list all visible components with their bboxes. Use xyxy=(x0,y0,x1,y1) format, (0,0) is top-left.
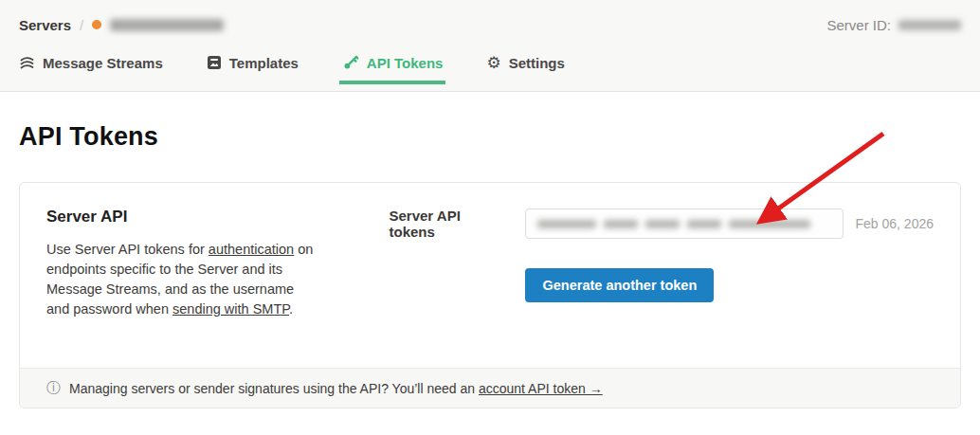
page-header: Servers / Server ID: Message Streams xyxy=(0,0,980,92)
tab-label: API Tokens xyxy=(367,55,444,71)
tab-settings[interactable]: ⚙ Settings xyxy=(486,42,564,83)
server-name-redacted[interactable] xyxy=(110,19,224,31)
sending-with-smtp-link[interactable]: sending with SMTP xyxy=(172,301,289,317)
server-api-card: Server API Use Server API tokens for aut… xyxy=(19,182,961,408)
key-icon xyxy=(342,54,359,71)
tab-label: Settings xyxy=(509,55,565,71)
breadcrumb-servers-link[interactable]: Servers xyxy=(19,17,71,33)
account-api-token-link[interactable]: account API token → xyxy=(479,381,603,396)
server-id-value-redacted xyxy=(898,20,961,30)
card-footer-note: ⓘ Managing servers or sender signatures … xyxy=(20,368,960,408)
footer-note-leading-text: Managing servers or sender signatures us… xyxy=(69,381,479,396)
tab-bar: Message Streams Templates xyxy=(19,42,961,83)
tab-message-streams[interactable]: Message Streams xyxy=(19,42,163,83)
server-id-label: Server ID: xyxy=(826,17,891,33)
token-redacted-segment xyxy=(729,220,810,228)
server-status-dot-icon xyxy=(92,20,101,29)
message-streams-icon xyxy=(19,55,35,71)
breadcrumb-separator: / xyxy=(80,17,83,33)
page-title: API Tokens xyxy=(19,122,961,152)
token-redacted-segment xyxy=(604,220,638,228)
server-id: Server ID: xyxy=(826,17,961,33)
description-text: Use Server API tokens for xyxy=(46,242,209,257)
section-description: Use Server API tokens for authentication… xyxy=(46,240,313,319)
token-created-date: Feb 06, 2026 xyxy=(855,216,934,231)
api-token-field[interactable] xyxy=(525,208,844,239)
token-redacted-segment xyxy=(537,220,596,228)
footer-note-text: Managing servers or sender signatures us… xyxy=(69,381,603,396)
tab-api-tokens[interactable]: API Tokens xyxy=(342,42,444,83)
authentication-link[interactable]: authentication xyxy=(209,242,294,257)
generate-another-token-button[interactable]: Generate another token xyxy=(525,268,714,302)
section-title: Server API xyxy=(46,208,313,227)
token-redacted-segment xyxy=(687,220,721,228)
tab-label: Templates xyxy=(229,55,299,71)
info-icon: ⓘ xyxy=(46,379,61,397)
templates-icon xyxy=(207,55,222,70)
description-text: . xyxy=(289,301,293,317)
tab-templates[interactable]: Templates xyxy=(207,42,299,83)
gear-icon: ⚙ xyxy=(486,55,500,71)
tab-label: Message Streams xyxy=(43,55,163,71)
server-api-tokens-label: Server API tokens xyxy=(389,208,504,240)
token-redacted-segment xyxy=(645,220,680,228)
breadcrumb: Servers / xyxy=(19,17,224,33)
